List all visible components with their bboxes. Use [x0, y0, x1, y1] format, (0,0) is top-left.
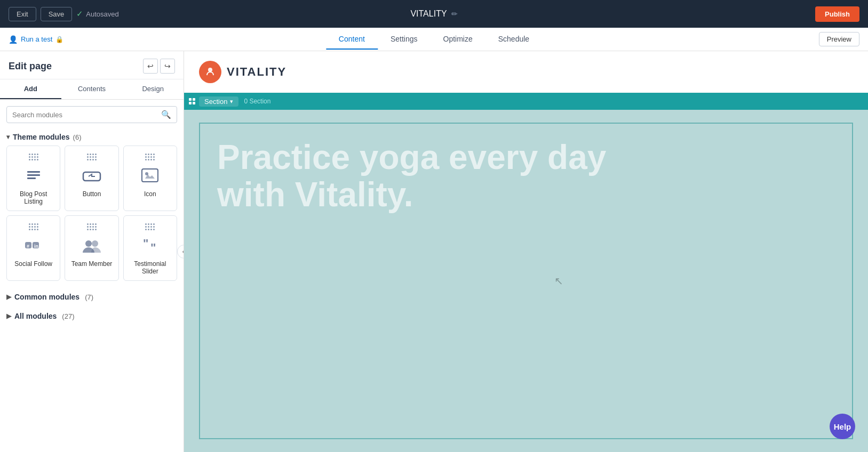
autosaved-label: Autosaved: [86, 10, 118, 18]
theme-modules-label: Theme modules: [13, 133, 70, 141]
hero-section[interactable]: Practice yoga every day with Vitality. ↖: [184, 110, 868, 452]
sidebar-controls: ↩ ↪: [143, 59, 175, 74]
svg-rect-15: [189, 98, 192, 101]
sidebar-tab-add[interactable]: Add: [0, 79, 61, 99]
preview-button[interactable]: Preview: [819, 32, 859, 46]
module-card-testimonial-slider[interactable]: "" Testimonial Slider: [123, 215, 177, 281]
page-title: VITALITY ✏: [410, 9, 457, 19]
save-button[interactable]: Save: [41, 7, 73, 21]
canvas-area: VITALITY Section ▾ 0 Section Practice yo…: [184, 51, 868, 452]
svg-point-10: [85, 240, 92, 247]
icon-label: Icon: [144, 190, 156, 198]
module-card-blog-post-listing[interactable]: Blog Post Listing: [6, 146, 60, 211]
svg-point-11: [92, 240, 98, 247]
topbar-center: VITALITY ✏: [410, 9, 457, 19]
edit-icon[interactable]: ✏: [451, 10, 458, 18]
section-count: 0 Section: [244, 98, 270, 105]
edit-page-title: Edit page: [9, 61, 52, 72]
topbar: Exit Save ✓ Autosaved VITALITY ✏ Publish: [0, 0, 868, 28]
person-icon: 👤: [9, 35, 18, 44]
chevron-down-icon: ▾: [6, 133, 10, 141]
all-modules-label: All modules: [14, 312, 57, 320]
sidebar-tabs: Add Contents Design: [0, 79, 184, 100]
section-toolbar: Section ▾ 0 Section: [184, 93, 868, 110]
common-modules-label: Common modules: [14, 293, 79, 301]
section-label: Section: [204, 98, 227, 106]
blog-post-listing-icon: [23, 167, 44, 186]
secondbar: 👤 Run a test 🔒 Content Settings Optimize…: [0, 28, 868, 51]
common-modules-header[interactable]: ▶ Common modules (7): [6, 287, 177, 306]
testimonial-slider-label: Testimonial Slider: [128, 260, 172, 275]
topbar-left: Exit Save ✓ Autosaved: [9, 7, 119, 21]
tab-schedule[interactable]: Schedule: [485, 29, 542, 50]
svg-rect-4: [142, 169, 158, 182]
chevron-right-icon-2: ▶: [6, 312, 11, 320]
publish-button[interactable]: Publish: [815, 6, 859, 22]
all-modules-count: (27): [62, 312, 74, 320]
search-area: 🔍: [0, 100, 184, 127]
redo-button[interactable]: ↪: [160, 59, 175, 74]
team-member-label: Team Member: [71, 260, 113, 268]
module-card-wrap: #in Social Follow: [11, 223, 55, 268]
svg-rect-16: [193, 98, 195, 101]
tab-optimize[interactable]: Optimize: [431, 29, 485, 50]
svg-point-5: [145, 172, 148, 175]
topbar-right: Publish: [815, 6, 859, 22]
blog-post-listing-label: Blog Post Listing: [11, 190, 55, 205]
testimonial-slider-icon: "": [139, 237, 161, 256]
run-test-button[interactable]: 👤 Run a test 🔒: [9, 35, 63, 44]
module-card-wrap: Button: [69, 154, 114, 198]
cursor-indicator: ↖: [554, 275, 563, 287]
tab-content[interactable]: Content: [326, 29, 378, 50]
undo-button[interactable]: ↩: [143, 59, 158, 74]
svg-rect-17: [189, 102, 192, 104]
common-modules-count: (7): [85, 293, 93, 301]
sidebar-header: Edit page ↩ ↪: [0, 51, 184, 79]
all-modules-header[interactable]: ▶ All modules (27): [6, 306, 177, 326]
exit-button[interactable]: Exit: [9, 7, 36, 21]
module-card-social-follow[interactable]: #in Social Follow: [6, 215, 60, 281]
sidebar-tab-design[interactable]: Design: [122, 79, 184, 99]
search-input[interactable]: [12, 111, 157, 119]
module-card-button[interactable]: Button: [65, 146, 118, 211]
social-follow-label: Social Follow: [14, 260, 52, 268]
svg-rect-2: [27, 177, 36, 179]
section-badge[interactable]: Section ▾: [199, 96, 238, 107]
autosaved-indicator: ✓ Autosaved: [76, 9, 118, 19]
hero-content-area[interactable]: Practice yoga every day with Vitality. ↖: [199, 123, 853, 439]
logo-icon: [199, 61, 221, 83]
module-card-team-member[interactable]: Team Member: [65, 215, 118, 281]
hero-text: Practice yoga every day with Vitality.: [217, 139, 617, 214]
svg-point-14: [208, 68, 212, 72]
main-layout: « Edit page ↩ ↪ Add Contents Design 🔍 ▾: [0, 51, 868, 452]
canvas-logo-bar: VITALITY: [184, 51, 868, 93]
brand-name: VITALITY: [227, 65, 286, 79]
svg-text:in: in: [34, 244, 38, 249]
chevron-right-icon: ▶: [6, 293, 11, 301]
module-card-icon[interactable]: Icon: [123, 146, 177, 211]
nav-tabs: Content Settings Optimize Schedule: [326, 29, 542, 50]
section-grid-icon: [188, 98, 196, 105]
home-title-text: VITALITY: [410, 9, 447, 19]
social-follow-icon: #in: [23, 237, 44, 256]
search-icon[interactable]: 🔍: [161, 110, 171, 119]
run-test-label: Run a test: [21, 35, 52, 43]
modules-section: ▾ Theme modules (6): [0, 127, 184, 452]
svg-rect-18: [193, 102, 195, 104]
module-card-wrap: "" Testimonial Slider: [128, 223, 172, 275]
sidebar: « Edit page ↩ ↪ Add Contents Design 🔍 ▾: [0, 51, 184, 452]
team-member-icon: [81, 237, 102, 256]
theme-modules-header[interactable]: ▾ Theme modules (6): [6, 127, 177, 146]
sidebar-tab-contents[interactable]: Contents: [61, 79, 123, 99]
svg-text:": ": [143, 238, 148, 250]
svg-rect-0: [27, 171, 40, 173]
tab-settings[interactable]: Settings: [378, 29, 431, 50]
module-card-wrap: Blog Post Listing: [11, 154, 55, 205]
theme-modules-count: (6): [73, 133, 82, 141]
icon-module-icon: [139, 167, 161, 186]
modules-grid: Blog Post Listing Button: [6, 146, 177, 287]
svg-text:#: #: [27, 244, 29, 249]
dropdown-arrow-icon[interactable]: ▾: [230, 98, 233, 105]
help-button[interactable]: Help: [830, 414, 855, 439]
button-label: Button: [83, 190, 101, 198]
